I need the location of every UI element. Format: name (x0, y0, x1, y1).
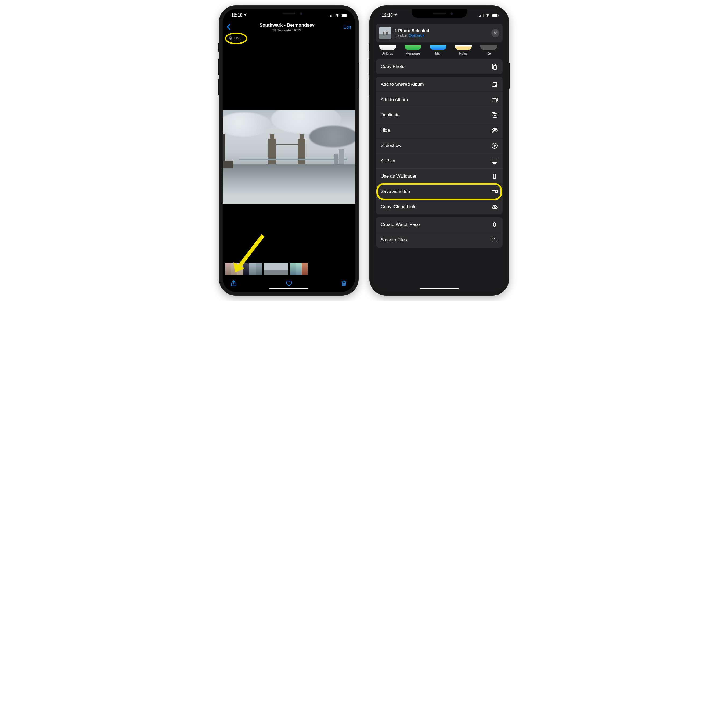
action-duplicate[interactable]: Duplicate (376, 107, 503, 123)
thumb-item[interactable] (302, 263, 308, 275)
share-actions-list[interactable]: Copy Photo Add to Shared AlbumAdd to Alb… (373, 59, 505, 292)
mute-switch (368, 43, 370, 52)
app-label: Re (487, 52, 491, 55)
notes-icon (455, 45, 472, 50)
svg-rect-19 (492, 14, 497, 17)
share-app-airdrop[interactable]: AirDrop (378, 45, 397, 55)
action-add-to-shared-album[interactable]: Add to Shared Album (376, 77, 503, 92)
svg-rect-40 (492, 190, 495, 193)
action-hide[interactable]: Hide (376, 123, 503, 138)
copy-icon (491, 64, 498, 70)
home-indicator[interactable] (420, 288, 459, 289)
live-label-text: LIVE (234, 36, 242, 40)
action-create-watch-face[interactable]: Create Watch Face (376, 217, 503, 232)
thumb-item[interactable] (249, 263, 256, 275)
thumb-item[interactable] (225, 263, 231, 275)
play-icon (491, 142, 498, 149)
action-save-to-files[interactable]: Save to Files (376, 232, 503, 247)
app-label: Notes (459, 52, 467, 55)
svg-rect-0 (329, 16, 329, 17)
svg-marker-41 (495, 190, 497, 193)
action-add-to-album[interactable]: Add to Album (376, 92, 503, 107)
notch (261, 9, 316, 18)
airplay-icon (491, 158, 498, 164)
action-label: Duplicate (381, 112, 400, 118)
favorite-button[interactable] (285, 280, 292, 287)
thumb-item[interactable] (231, 263, 237, 275)
svg-point-7 (230, 38, 231, 39)
cellular-signal-icon (329, 14, 334, 17)
share-location: London (394, 33, 407, 38)
action-label: Copy iCloud Link (381, 204, 415, 210)
notch (412, 9, 467, 18)
app-label: AirDrop (382, 52, 393, 55)
app-label: Mail (435, 52, 441, 55)
thumb-item[interactable] (296, 263, 302, 275)
thumb-item[interactable] (237, 263, 243, 275)
svg-rect-5 (342, 14, 347, 17)
svg-marker-38 (493, 162, 496, 163)
svg-rect-20 (498, 15, 498, 16)
volume-up (218, 59, 219, 75)
photo-location-title: Southwark - Bermondsey (231, 23, 343, 28)
wallpaper-icon (491, 173, 498, 179)
thumb-item[interactable] (243, 263, 249, 275)
wifi-icon (335, 14, 339, 17)
action-label: Slideshow (381, 143, 402, 148)
action-copy-photo[interactable]: Copy Photo (376, 59, 503, 74)
album-icon (491, 97, 498, 103)
video-icon (491, 188, 498, 195)
thumbnail-strip[interactable] (223, 262, 355, 276)
edit-button[interactable]: Edit (343, 25, 351, 30)
svg-rect-23 (494, 65, 497, 69)
action-group: Add to Shared AlbumAdd to AlbumDuplicate… (376, 77, 503, 214)
svg-rect-14 (479, 16, 480, 17)
thumb-item-selected[interactable] (264, 263, 288, 275)
action-save-as-video[interactable]: Save as Video (376, 184, 503, 199)
share-options-button[interactable]: Options (409, 33, 425, 38)
action-label: Use as Wallpaper (381, 174, 417, 179)
share-app-re[interactable]: Re (479, 45, 498, 55)
location-services-icon (243, 13, 247, 17)
share-title: 1 Photo Selected (394, 29, 488, 33)
svg-rect-39 (494, 174, 495, 179)
cellular-signal-icon (479, 14, 484, 17)
share-app-messages[interactable]: Messages (403, 45, 423, 55)
status-time: 12:18 (382, 13, 393, 18)
share-sheet-header: 1 Photo Selected London Options (376, 24, 503, 42)
status-time: 12:18 (231, 13, 242, 18)
action-airplay[interactable]: AirPlay (376, 153, 503, 168)
action-label: Add to Album (381, 97, 408, 103)
thumb-item[interactable] (256, 263, 263, 275)
live-photo-badge: LIVE (228, 36, 242, 40)
action-use-as-wallpaper[interactable]: Use as Wallpaper (376, 168, 503, 184)
thumb-item[interactable] (290, 263, 296, 275)
photo-datetime: 28 September 16:22 (231, 29, 343, 32)
home-indicator[interactable] (269, 288, 308, 289)
share-app-notes[interactable]: Notes (454, 45, 473, 55)
svg-rect-6 (348, 15, 348, 16)
volume-down (368, 79, 370, 95)
svg-marker-36 (494, 145, 495, 147)
share-app-mail[interactable]: Mail (429, 45, 448, 55)
close-button[interactable] (491, 29, 500, 37)
location-services-icon (394, 13, 397, 17)
action-copy-icloud-link[interactable]: Copy iCloud Link (376, 199, 503, 214)
messages-icon (404, 45, 421, 50)
share-apps-row[interactable]: AirDropMessagesMailNotesRe (373, 45, 505, 59)
svg-rect-15 (480, 15, 481, 17)
photo-viewer[interactable] (223, 40, 355, 262)
volume-down (218, 79, 219, 95)
airdrop-icon (379, 45, 396, 50)
delete-button[interactable] (340, 280, 347, 287)
phone-mockup-sharesheet: 12:18 1 Photo Selected (369, 5, 509, 296)
action-slideshow[interactable]: Slideshow (376, 138, 503, 153)
back-button[interactable] (227, 24, 231, 32)
action-group: Create Watch FaceSave to Files (376, 217, 503, 247)
share-button[interactable] (230, 280, 237, 287)
power-button (358, 63, 360, 89)
svg-rect-42 (494, 223, 495, 226)
wifi-icon (485, 14, 490, 17)
svg-rect-1 (330, 15, 331, 17)
battery-icon (341, 14, 348, 17)
